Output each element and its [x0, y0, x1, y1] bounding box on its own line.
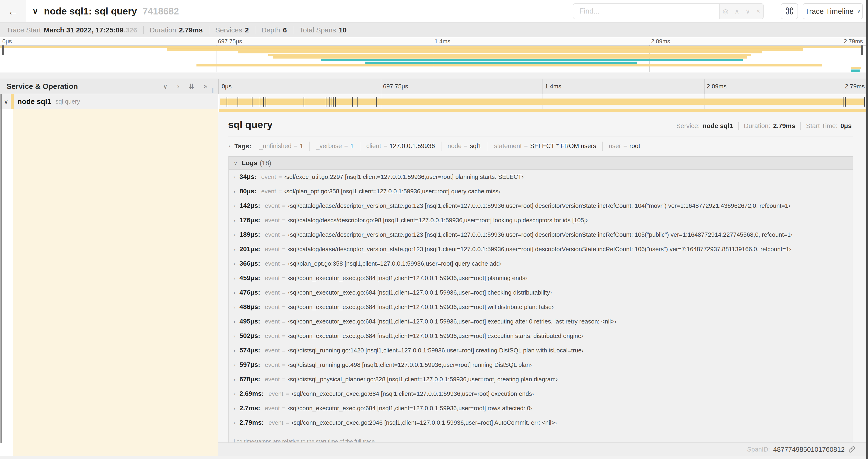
log-equals: =: [278, 173, 282, 181]
timeline-minimap[interactable]: [0, 45, 866, 72]
trace-view-selector[interactable]: Trace Timeline ∨: [803, 3, 863, 19]
prev-result-icon[interactable]: ∧: [735, 7, 739, 15]
span-meta-label: Start Time:: [806, 122, 837, 130]
link-icon[interactable]: [848, 446, 856, 453]
summary-label: Depth: [261, 26, 280, 34]
span-row-timeline[interactable]: [219, 94, 866, 109]
span-log-marker: [845, 97, 846, 107]
tags-row[interactable]: › Tags: _unfinished=1_verbose=1client=12…: [228, 141, 853, 151]
vertical-scrollbar[interactable]: [866, 0, 868, 459]
log-equals: =: [282, 361, 286, 368]
log-timestamp: 2.69ms:: [239, 390, 264, 397]
trace-title: node sql1: sql query: [44, 6, 137, 17]
span-duration-bar[interactable]: [220, 98, 865, 105]
log-field-value: ‹sql/conn_executor_exec.go:2046 [nsql1,c…: [291, 419, 557, 426]
locate-icon[interactable]: ◎: [723, 7, 728, 15]
log-field-key: event: [265, 347, 280, 354]
log-row[interactable]: ›574μs:event=‹sql/distsql_running.go:142…: [229, 347, 852, 361]
log-row[interactable]: ›476μs:event=‹sql/conn_executor_exec.go:…: [229, 289, 852, 303]
minimap-tick-label: 0μs: [2, 38, 12, 45]
log-row[interactable]: ›2.69ms:event=‹sql/conn_executor_exec.go…: [229, 390, 852, 404]
clear-search-icon[interactable]: ×: [756, 7, 760, 15]
collapse-all-icon[interactable]: ⇊: [189, 82, 194, 90]
log-equals: =: [282, 245, 286, 253]
trace-id: 7418682: [143, 6, 179, 17]
log-row[interactable]: ›2.79ms:event=‹sql/conn_executor_exec.go…: [229, 419, 852, 433]
log-row[interactable]: ›176μs:event=‹sql/catalog/descs/descript…: [229, 217, 852, 231]
log-field-value: ‹sql/catalog/lease/descriptor_version_st…: [288, 231, 793, 238]
minimap-span-bar: [851, 69, 860, 72]
span-row[interactable]: ∨ node sql1 sql query: [0, 94, 868, 109]
span-log-marker: [260, 97, 260, 107]
bottom-strip: [0, 456, 868, 459]
log-row[interactable]: ›366μs:event=‹sql/plan_opt.go:358 [nsql1…: [229, 260, 852, 274]
tag-key: _verbose: [316, 142, 342, 150]
find-buttons: ◎∧∨×: [719, 4, 763, 19]
log-equals: =: [286, 390, 289, 397]
span-log-marker: [330, 97, 330, 107]
span-operation-name: sql query: [55, 98, 80, 105]
log-row[interactable]: ›502μs:event=‹sql/conn_executor_exec.go:…: [229, 332, 852, 347]
tag-value: sql1: [470, 142, 482, 150]
log-row[interactable]: ›142μs:event=‹sql/catalog/lease/descript…: [229, 202, 852, 217]
span-log-marker: [864, 97, 865, 107]
log-field-key: event: [265, 202, 280, 209]
keyboard-shortcuts-button[interactable]: ⌘: [781, 3, 798, 19]
chevron-right-icon: ›: [234, 275, 235, 282]
chevron-right-icon: ›: [234, 319, 235, 325]
minimap-tick-label: 697.75μs: [218, 38, 242, 45]
find-box: ◎∧∨×: [573, 3, 764, 19]
log-timestamp: 201μs:: [239, 245, 260, 253]
tag-equals: =: [383, 142, 387, 150]
detail-divider: [228, 136, 853, 136]
find-input-wrap: [573, 4, 719, 19]
chevron-down-icon: ∨: [857, 8, 861, 14]
minimap-right-handle[interactable]: [861, 45, 863, 55]
log-field-key: event: [265, 289, 280, 296]
chevron-right-icon: ›: [234, 218, 235, 224]
minimap-left-handle[interactable]: [2, 45, 4, 55]
find-input[interactable]: [579, 7, 719, 15]
chevron-right-icon: ›: [234, 377, 235, 383]
log-row[interactable]: ›80μs:event=‹sql/plan_opt.go:358 [nsql1,…: [229, 188, 852, 202]
tag-key: client: [366, 142, 381, 150]
back-button[interactable]: ←: [0, 0, 26, 22]
summary-label: Services: [215, 26, 242, 34]
log-row[interactable]: ›486μs:event=‹sql/conn_executor_exec.go:…: [229, 303, 852, 318]
span-id-value: 4877749850101760812: [773, 446, 845, 453]
chevron-right-icon: ›: [234, 348, 235, 354]
log-field-key: event: [265, 318, 280, 325]
column-resize-grip[interactable]: ∥: [211, 87, 214, 93]
log-row[interactable]: ›189μs:event=‹sql/catalog/lease/descript…: [229, 231, 852, 245]
tag-value: 1: [300, 142, 303, 150]
span-detail-meta: Service:node sql1Duration:2.79msStart Ti…: [671, 122, 852, 130]
log-row[interactable]: ›201μs:event=‹sql/catalog/lease/descript…: [229, 245, 852, 260]
tag-equals: =: [524, 142, 528, 150]
span-expander-icon[interactable]: ∨: [4, 98, 8, 105]
log-row[interactable]: ›678μs:event=‹sql/distsql_physical_plann…: [229, 375, 852, 390]
log-timestamp: 142μs:: [239, 202, 260, 209]
logs-header[interactable]: ∨ Logs (18): [229, 157, 852, 170]
expand-all-icon[interactable]: »: [204, 82, 208, 90]
log-field-value: ‹sql/conn_executor_exec.go:684 [nsql1,cl…: [288, 303, 554, 311]
tag-value: SELECT * FROM users: [530, 142, 596, 150]
log-field-key: event: [265, 245, 280, 253]
log-row[interactable]: ›459μs:event=‹sql/conn_executor_exec.go:…: [229, 274, 852, 289]
tag-value: 1: [350, 142, 354, 150]
log-timestamp: 80μs:: [239, 188, 256, 195]
logs-list: ›34μs:event=‹sql/exec_util.go:2297 [nsql…: [229, 170, 852, 442]
log-row[interactable]: ›495μs:event=‹sql/conn_executor_exec.go:…: [229, 318, 852, 332]
log-timestamp: 574μs:: [239, 347, 260, 354]
expand-one-icon[interactable]: ›: [177, 82, 180, 90]
log-row[interactable]: ›597μs:event=‹sql/distsql_running.go:498…: [229, 361, 852, 375]
summary-value: 10: [339, 26, 346, 34]
collapse-one-icon[interactable]: ∨: [163, 82, 168, 90]
collapse-trace-icon[interactable]: ∨: [32, 6, 38, 16]
log-row[interactable]: ›2.7ms:event=‹sql/conn_executor_exec.go:…: [229, 404, 852, 419]
span-row-name-column[interactable]: ∨ node sql1 sql query: [0, 94, 218, 109]
next-result-icon[interactable]: ∨: [745, 7, 750, 15]
log-equals: =: [282, 318, 286, 325]
log-row[interactable]: ›34μs:event=‹sql/exec_util.go:2297 [nsql…: [229, 173, 852, 188]
span-meta-value: 2.79ms: [773, 122, 795, 130]
log-timestamp: 2.7ms:: [239, 404, 260, 412]
